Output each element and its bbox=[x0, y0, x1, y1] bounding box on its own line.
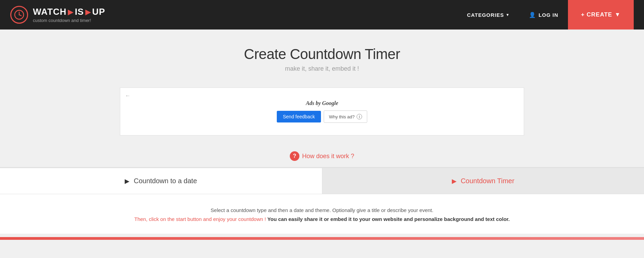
tab-countdown-timer[interactable]: ▶ Countdown Timer bbox=[322, 168, 644, 194]
ads-by-text: Ads by bbox=[306, 100, 321, 106]
hero-section: Create Countdown Timer make it, share it… bbox=[0, 30, 644, 79]
info-icon: i bbox=[357, 114, 362, 119]
how-it-works-link[interactable]: ? How does it work ? bbox=[290, 151, 354, 161]
why-this-ad-text: Why this ad? bbox=[329, 114, 355, 119]
ad-back-arrow[interactable]: ← bbox=[125, 93, 131, 99]
arrow2-icon: ▶ bbox=[85, 8, 91, 16]
tab-countdown-date[interactable]: ▶ Countdown to a date bbox=[0, 168, 322, 194]
content-description: Select a countdown type and then a date … bbox=[14, 206, 630, 223]
create-label: + CREATE bbox=[581, 11, 612, 18]
brand-subtitle: custom countdown and timer! bbox=[33, 18, 105, 23]
brand-title: WATCH ▶ IS ▶ UP bbox=[33, 7, 105, 17]
login-button[interactable]: 👤 LOG IN bbox=[519, 0, 568, 30]
why-this-ad-button[interactable]: Why this ad? i bbox=[324, 110, 367, 123]
brand-is: IS bbox=[75, 7, 84, 17]
hero-subtitle: make it, share it, embed it ! bbox=[7, 65, 637, 72]
svg-point-3 bbox=[19, 14, 20, 15]
content-line2-bold: You can easily share it or embed it to y… bbox=[268, 216, 510, 222]
tab-left-label: Countdown to a date bbox=[134, 177, 197, 185]
brand-icon bbox=[10, 6, 28, 24]
content-line2: Then, click on the start button and enjo… bbox=[14, 215, 630, 224]
send-feedback-button[interactable]: Send feedback bbox=[277, 111, 321, 122]
arrow1-icon: ▶ bbox=[68, 8, 73, 16]
brand-watch: WATCH bbox=[33, 7, 66, 17]
brand-up: UP bbox=[92, 7, 105, 17]
content-line1: Select a countdown type and then a date … bbox=[14, 206, 630, 215]
hero-title: Create Countdown Timer bbox=[7, 46, 637, 62]
google-text: Google bbox=[322, 100, 338, 106]
content-line1-text: Select a countdown type and then a date … bbox=[211, 207, 433, 213]
categories-caret: ▼ bbox=[506, 13, 510, 17]
ad-buttons: Send feedback Why this ad? i bbox=[277, 110, 368, 123]
how-it-works-text: How does it work ? bbox=[302, 153, 354, 160]
how-it-works-section: ? How does it work ? bbox=[0, 144, 644, 167]
categories-button[interactable]: CATEGORIES ▼ bbox=[457, 0, 519, 30]
login-label: LOG IN bbox=[538, 12, 558, 18]
content-area: Select a countdown type and then a date … bbox=[0, 194, 644, 234]
tab-right-label: Countdown Timer bbox=[461, 177, 515, 185]
tabs-container: ▶ Countdown to a date ▶ Countdown Timer bbox=[0, 167, 644, 194]
brand-text: WATCH ▶ IS ▶ UP custom countdown and tim… bbox=[33, 7, 105, 23]
nav-right: CATEGORIES ▼ 👤 LOG IN + CREATE ▼ bbox=[457, 0, 634, 30]
navbar: WATCH ▶ IS ▶ UP custom countdown and tim… bbox=[0, 0, 644, 30]
create-button[interactable]: + CREATE ▼ bbox=[568, 0, 634, 30]
brand-logo[interactable]: WATCH ▶ IS ▶ UP custom countdown and tim… bbox=[10, 6, 105, 24]
create-caret: ▼ bbox=[615, 11, 621, 18]
clock-icon bbox=[14, 10, 24, 20]
question-icon: ? bbox=[290, 151, 299, 161]
ad-container: ← Ads by Google Send feedback Why this a… bbox=[120, 87, 524, 136]
content-line2-normal: Then, click on the start button and enjo… bbox=[134, 216, 266, 222]
tab-right-arrow: ▶ bbox=[452, 177, 457, 185]
bottom-stripe bbox=[0, 237, 644, 240]
ad-label: Ads by Google bbox=[306, 100, 338, 106]
tab-left-arrow: ▶ bbox=[125, 177, 129, 185]
categories-label: CATEGORIES bbox=[467, 12, 504, 18]
user-icon: 👤 bbox=[529, 12, 536, 18]
